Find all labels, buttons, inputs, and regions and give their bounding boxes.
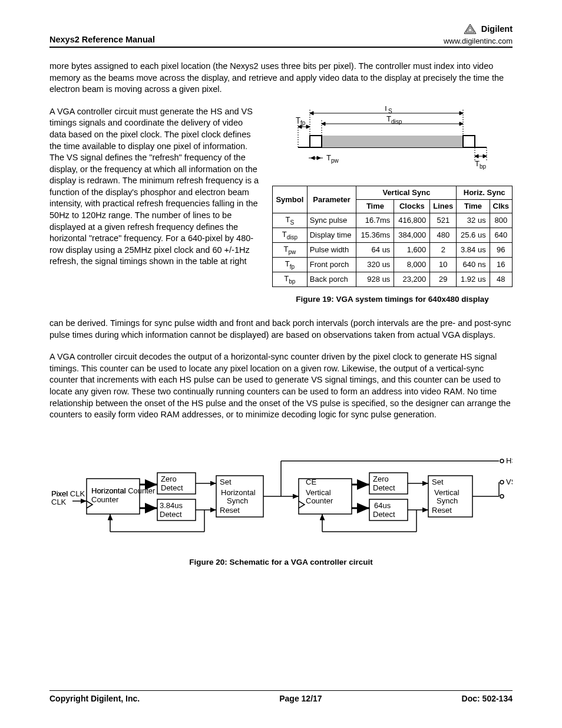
svg-text:Vertical: Vertical [434,488,459,497]
table-row: TdispDisplay time15.36ms384,00048025.6 u… [273,228,513,242]
cell-htime: 32 us [457,213,490,228]
paragraph-1: more bytes assigned to each pixel locati… [49,61,513,95]
th-htime: Time [457,199,490,213]
svg-text:Horizontal: Horizontal [221,488,256,497]
cell-vtime: 16.7ms [356,213,394,228]
cell-hclks: 16 [490,257,512,272]
timing-table: Symbol Parameter Vertical Sync Horiz. Sy… [272,186,513,287]
cell-vclocks: 384,000 [394,228,430,242]
cell-htime: 640 ns [457,257,490,272]
th-clocks: Clocks [394,199,430,213]
cell-vlines: 2 [430,242,457,257]
th-vtime: Time [356,199,394,213]
th-lines: Lines [430,199,457,213]
svg-text:Zero: Zero [373,475,389,483]
page-header: Nexys2 Reference Manual Digilent www.dig… [49,24,513,48]
svg-text:CE: CE [306,477,316,486]
footer-copyright: Copyright Digilent, Inc. [49,693,140,704]
doc-title: Nexys2 Reference Manual [49,34,155,46]
svg-text:Tdisp: Tdisp [386,114,402,125]
table-row: TpwPulse width64 us1,60023.84 us96 [273,242,513,257]
cell-hclks: 640 [490,228,512,242]
svg-text:HS: HS [506,456,513,465]
paragraph-4: A VGA controller circuit decodes the out… [49,351,513,420]
paragraph-3: can be derived. Timings for sync pulse w… [49,318,513,341]
table-row: TbpBack porch928 us23,200291.92 us48 [273,272,513,286]
svg-text:Detect: Detect [161,483,183,492]
brand-url: www.digilentinc.com [444,37,513,46]
brand-name: Digilent [481,24,513,34]
cell-param: Sync pulse [307,213,356,228]
cell-vtime: 64 us [356,242,394,257]
cell-vlines: 480 [430,228,457,242]
svg-point-73 [500,480,504,484]
cell-param: Pulse width [307,242,356,257]
cell-vtime: 928 us [356,272,394,286]
svg-text:Reset: Reset [432,506,452,515]
figure-20-caption: Figure 20: Schematic for a VGA controlle… [49,557,513,568]
cell-htime: 1.92 us [457,272,490,286]
cell-vclocks: 23,200 [394,272,430,286]
svg-text:Synch: Synch [437,496,458,505]
pixel-clk-label: Pixel [51,489,68,498]
th-vsync: Vertical Sync [356,186,457,200]
timing-diagram: TS Tfp Tdisp [272,106,513,177]
footer-page: Page 12/17 [279,693,322,704]
cell-param: Display time [307,228,356,242]
footer-doc: Doc: 502-134 [462,693,513,704]
cell-symbol: TS [273,213,308,228]
svg-text:Reset: Reset [220,506,240,515]
page-footer: Copyright Digilent, Inc. Page 12/17 Doc:… [49,690,513,704]
cell-vtime: 15.36ms [356,228,394,242]
svg-text:3.84us: 3.84us [160,501,183,510]
svg-text:Horizontal: Horizontal [91,486,126,495]
svg-rect-3 [322,136,463,147]
paragraph-2: A VGA controller circuit must generate t… [49,106,262,268]
svg-text:CLK: CLK [51,498,67,506]
cell-hclks: 96 [490,242,512,257]
figure-19-caption: Figure 19: VGA system timings for 640x48… [272,294,513,305]
cell-vclocks: 1,600 [394,242,430,257]
svg-text:Zero: Zero [161,475,177,483]
svg-rect-5 [463,136,475,147]
svg-text:Counter: Counter [91,495,119,504]
cell-symbol: Tpw [273,242,308,257]
digilent-logo-icon [464,24,477,37]
brand-block: Digilent www.digilentinc.com [444,24,513,45]
svg-text:Counter: Counter [306,496,333,505]
cell-symbol: Tfp [273,257,308,272]
cell-hclks: 800 [490,213,512,228]
svg-text:Detect: Detect [160,510,182,519]
cell-vlines: 29 [430,272,457,286]
cell-param: Back porch [307,272,356,286]
th-parameter: Parameter [307,186,356,213]
cell-vlines: 521 [430,213,457,228]
svg-point-70 [500,495,504,498]
cell-htime: 3.84 us [457,242,490,257]
svg-text:Set: Set [220,477,232,486]
svg-text:Tbp: Tbp [475,159,487,170]
cell-param: Front porch [307,257,356,272]
svg-text:Tpw: Tpw [326,153,339,164]
controller-schematic: Pixel CLK CLK Pixel Horizontal Counter H… [49,449,513,549]
th-hsync: Horiz. Sync [457,186,513,200]
cell-htime: 25.6 us [457,228,490,242]
svg-text:Synch: Synch [227,496,248,505]
cell-symbol: Tdisp [273,228,308,242]
th-clks: Clks [490,199,512,213]
cell-vclocks: 8,000 [394,257,430,272]
table-row: TSSync pulse16.7ms416,80052132 us800 [273,213,513,228]
cell-vtime: 320 us [356,257,394,272]
svg-rect-4 [310,136,322,147]
svg-text:Detect: Detect [373,510,395,519]
cell-hclks: 48 [490,272,512,286]
svg-text:Set: Set [432,477,444,486]
svg-point-47 [500,459,504,463]
table-row: TfpFront porch320 us8,00010640 ns16 [273,257,513,272]
svg-text:VS: VS [506,477,513,486]
svg-text:Detect: Detect [373,483,395,492]
cell-symbol: Tbp [273,272,308,286]
svg-text:Vertical: Vertical [306,488,331,497]
svg-text:64us: 64us [374,501,391,510]
cell-vlines: 10 [430,257,457,272]
